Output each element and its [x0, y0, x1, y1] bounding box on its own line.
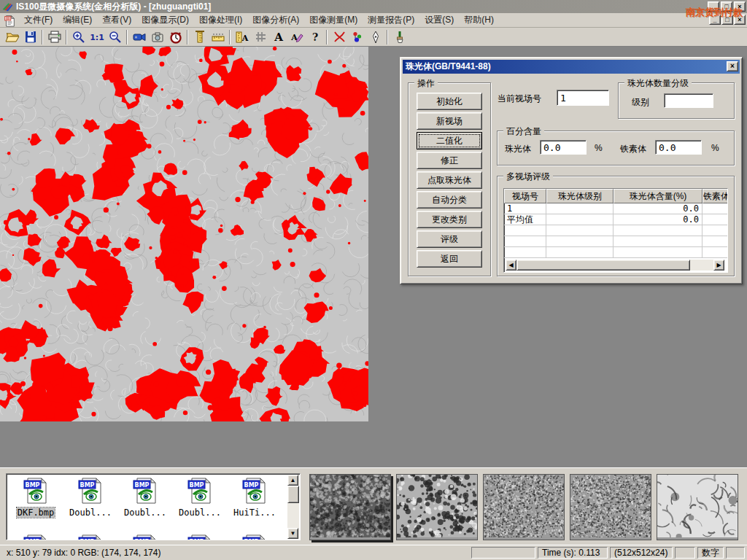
change-class-button[interactable]: 更改类别 [417, 211, 482, 228]
toolbar-video-camera-button[interactable] [130, 29, 148, 45]
thumbnail-canvas [570, 475, 651, 537]
toolbar-help-button[interactable]: ? [306, 29, 324, 45]
image-size-status: (512x512x24) [610, 547, 673, 559]
dialog-title-bar[interactable]: 珠光体(GB/T9441-88) × [403, 60, 740, 74]
file-item[interactable]: BMP Doubl... [174, 476, 226, 518]
image-thumbnail[interactable] [570, 474, 651, 540]
scroll-left-button[interactable]: ◀ [506, 260, 516, 271]
menu-item-edit[interactable]: 编辑(E) [58, 13, 97, 26]
scrollbar-thumb[interactable] [516, 260, 690, 271]
return-button[interactable]: 返回 [417, 250, 482, 268]
bmp-file-icon: BMP [132, 476, 158, 505]
mdi-close-button[interactable]: × [734, 15, 746, 25]
maximize-button[interactable]: □ [721, 1, 732, 12]
file-item[interactable]: BMP Doubl... [64, 476, 117, 518]
binarize-button[interactable]: 二值化 [417, 132, 482, 149]
menu-item-help[interactable]: 帮助(H) [459, 13, 499, 26]
bmp-file-icon: BMP [77, 476, 104, 505]
toolbar-text-button[interactable]: A [269, 29, 287, 45]
pearlite-percent-input[interactable] [540, 140, 587, 155]
toolbar-caliper-button[interactable] [190, 29, 209, 45]
bmp-file-icon: BMP [77, 533, 104, 540]
rating-table[interactable]: 视场号珠光体级别珠光体含量(%)铁素体含量(%) 10.0平均值0.0 ◀ ▶ [503, 188, 728, 273]
file-item[interactable]: BMP [64, 533, 117, 540]
image-thumbnail[interactable] [309, 474, 391, 540]
menu-item-file[interactable]: 文件(F) [19, 13, 58, 26]
svg-text:?: ? [311, 31, 317, 43]
pick-pearlite-button[interactable]: 点取珠光体 [417, 171, 482, 189]
document-icon[interactable] [3, 14, 16, 27]
file-item[interactable]: BMP [174, 533, 226, 540]
toolbar-measure-text-button[interactable]: A [233, 29, 251, 45]
new-field-button[interactable]: 新视场 [417, 112, 482, 130]
file-item[interactable]: BMP [228, 533, 281, 540]
minimize-button[interactable]: _ [708, 1, 719, 12]
toolbar-pen-button[interactable] [366, 29, 384, 45]
close-button[interactable]: × [734, 1, 746, 12]
file-list-scrollbar[interactable]: ▲ ▼ [287, 475, 299, 539]
toolbar-brush-button[interactable] [390, 29, 409, 45]
auto-classify-button[interactable]: 自动分类 [417, 191, 482, 209]
file-item[interactable]: BMP DKF.bmp [9, 476, 62, 518]
init-button[interactable]: 初始化 [417, 93, 482, 110]
grid-icon [253, 30, 268, 44]
table-header[interactable]: 视场号 [504, 189, 546, 203]
toolbar-open-button[interactable] [3, 29, 21, 45]
grade-input[interactable] [664, 93, 713, 108]
menu-item-image-analysis[interactable]: 图像分析(A) [247, 13, 304, 26]
svg-text:BMP: BMP [135, 539, 150, 541]
toolbar-particles-button[interactable] [348, 29, 366, 45]
table-header[interactable]: 珠光体级别 [546, 189, 614, 203]
micrograph-image[interactable] [0, 47, 368, 421]
menu-item-view[interactable]: 查看(V) [97, 13, 136, 26]
menu-item-settings[interactable]: 设置(S) [419, 13, 459, 26]
toolbar-zoom-in-button[interactable] [69, 29, 88, 45]
menu-item-measure-report[interactable]: 测量报告(P) [363, 13, 419, 26]
toolbar-timer-button[interactable] [166, 29, 185, 45]
dialog-close-button[interactable]: × [727, 61, 738, 71]
file-listbox[interactable]: ▲ ▼ BMP DKF.bmp BMP Doubl... BMP [6, 473, 301, 540]
file-item[interactable]: BMP [9, 533, 62, 540]
toolbar-ruler-button[interactable] [209, 29, 227, 45]
table-row[interactable]: 10.0 [504, 203, 727, 214]
table-horizontal-scrollbar[interactable]: ◀ ▶ [506, 260, 724, 271]
toolbar-photo-camera-button[interactable] [148, 29, 166, 45]
current-field-input[interactable] [557, 90, 609, 106]
correct-button[interactable]: 修正 [417, 152, 482, 169]
file-item[interactable]: BMP [119, 533, 171, 540]
toolbar-grid-button[interactable] [251, 29, 269, 45]
print-icon [47, 30, 62, 44]
table-row[interactable]: 平均值0.0 [504, 214, 727, 225]
ferrite-percent-input[interactable] [655, 140, 702, 155]
table-row[interactable] [504, 247, 727, 258]
image-thumbnail[interactable] [396, 474, 478, 540]
toolbar-actual-size-button[interactable]: 1:1 [88, 29, 106, 45]
menu-items: 文件(F)编辑(E)查看(V)图像显示(D)图像处理(I)图像分析(A)图像测量… [19, 14, 499, 26]
menu-item-image-process[interactable]: 图像处理(I) [194, 13, 247, 26]
image-thumbnail[interactable] [657, 474, 738, 540]
menu-item-image-display[interactable]: 图像显示(D) [136, 13, 194, 26]
mdi-restore-button[interactable]: □ [721, 15, 733, 25]
dialog-title: 珠光体(GB/T9441-88) [406, 61, 491, 73]
mdi-minimize-button[interactable]: _ [709, 15, 721, 25]
file-name: Doubl... [69, 508, 112, 518]
image-thumbnail[interactable] [483, 474, 565, 540]
scroll-up-button[interactable]: ▲ [287, 475, 298, 486]
grade-button[interactable]: 评级 [417, 230, 482, 248]
toolbar-print-button[interactable] [45, 29, 63, 45]
scroll-right-button[interactable]: ▶ [713, 260, 724, 271]
file-item[interactable]: BMP HuiTi... [228, 476, 281, 518]
toolbar-annotate-button[interactable]: A [287, 29, 306, 45]
scroll-down-button[interactable]: ▼ [287, 528, 298, 539]
toolbar-separator [66, 30, 67, 44]
toolbar-curve-tool-button[interactable] [330, 29, 348, 45]
table-header[interactable]: 铁素体含量(%) [703, 189, 728, 203]
toolbar-zoom-out-button[interactable] [106, 29, 124, 45]
menu-item-image-measure[interactable]: 图像测量(M) [304, 13, 363, 26]
toolbar-save-button[interactable] [21, 29, 39, 45]
table-row[interactable] [504, 225, 727, 236]
table-header[interactable]: 珠光体含量(%) [614, 189, 703, 203]
scrollbar-thumb[interactable] [287, 486, 299, 503]
table-row[interactable] [504, 236, 727, 247]
file-item[interactable]: BMP Doubl... [119, 476, 171, 518]
